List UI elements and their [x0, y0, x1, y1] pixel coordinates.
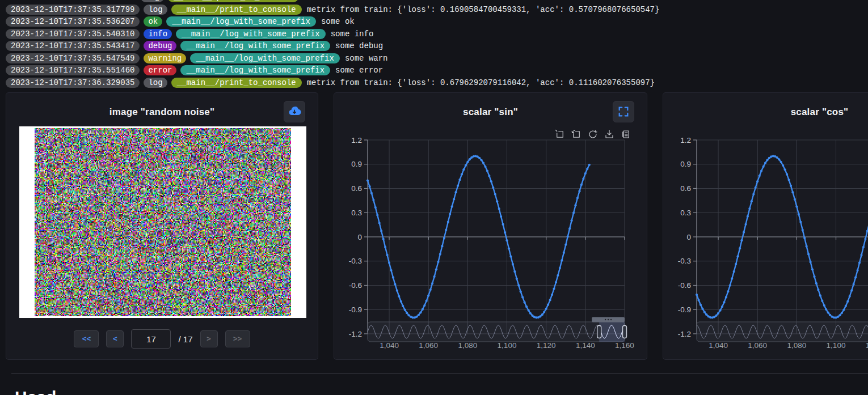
log-message: some info: [330, 29, 374, 39]
svg-text:1,140: 1,140: [576, 341, 595, 350]
log-timestamp: 2023-12-10T17:37:36.329035: [6, 78, 140, 88]
log-level-badge: info: [144, 29, 172, 39]
toolbox-data-view-icon[interactable]: [621, 129, 631, 139]
log-list: log__main__/print_to_console2023-12-10T1…: [6, 0, 868, 89]
cards-row: image "random noise" << < / 17 > >> scal…: [6, 92, 868, 360]
log-timestamp: 2023-12-10T17:37:35.536207: [6, 16, 140, 27]
section-heading: Head: [15, 388, 56, 395]
log-prefix-pill: __main__/log_with_some_prefix: [176, 29, 326, 39]
svg-text:1,100: 1,100: [827, 341, 846, 350]
log-row: 2023-12-10T17:37:35.547549warning__main_…: [6, 53, 868, 64]
toolbox-zoom-icon[interactable]: [555, 129, 565, 139]
toolbox-zoom-button[interactable]: [555, 129, 565, 139]
svg-text:0.9: 0.9: [680, 160, 691, 168]
image-card-title: image "random noise": [6, 107, 318, 118]
toolbox-save-image-icon[interactable]: [604, 129, 614, 139]
log-timestamp: 2023-12-10T17:37:35.317799: [6, 5, 140, 15]
log-prefix-pill: __main__/print_to_console: [171, 78, 302, 88]
last-page-button[interactable]: >>: [225, 330, 250, 347]
toolbox-zoom-reset-icon[interactable]: [571, 129, 582, 139]
svg-text:1,120: 1,120: [537, 341, 556, 350]
svg-text:1,100: 1,100: [498, 341, 517, 350]
svg-text:0.9: 0.9: [351, 160, 362, 168]
log-row: log__main__/print_to_console: [6, 0, 868, 3]
log-prefix-pill: __main__/log_with_some_prefix: [166, 16, 316, 27]
datazoom-track[interactable]: [697, 322, 868, 342]
log-row: 2023-12-10T17:37:35.317799log__main__/pr…: [6, 4, 868, 15]
svg-text:-0.6: -0.6: [678, 281, 691, 290]
log-row: 2023-12-10T17:37:35.540310info__main__/l…: [6, 28, 868, 40]
log-level-badge: error: [144, 65, 176, 75]
log-prefix-pill: __main__/print_to_console: [171, 5, 302, 15]
datazoom-right-handle[interactable]: [623, 326, 627, 338]
log-timestamp: 2023-12-10T17:37:35.543417: [6, 41, 140, 51]
svg-text:1.2: 1.2: [680, 136, 691, 145]
section-divider: [11, 373, 868, 374]
datazoom-track[interactable]: [368, 322, 625, 342]
toolbox-restore-icon[interactable]: [588, 129, 598, 139]
svg-text:0.6: 0.6: [680, 184, 691, 193]
log-timestamp: 2023-12-10T17:37:35.551460: [6, 65, 140, 75]
log-message: some warn: [344, 54, 388, 63]
log-message: some ok: [320, 17, 355, 26]
log-message: some error: [334, 66, 383, 75]
chart-toolbox: [555, 129, 631, 139]
log-prefix-pill: __main__/log_with_some_prefix: [190, 53, 340, 63]
cloud-download-icon: [288, 105, 301, 118]
log-row: 2023-12-10T17:37:36.329035log__main__/pr…: [6, 77, 868, 88]
prev-page-button[interactable]: <: [106, 330, 124, 347]
page-total: / 17: [178, 334, 192, 344]
log-timestamp: 2023-12-10T17:37:35.547549: [6, 53, 140, 63]
cos-chart-card: scalar "cos" 1.20.90.60.30-0.3-0.6-0.9-1…: [663, 92, 868, 360]
svg-text:1,080: 1,080: [458, 341, 477, 350]
page-input[interactable]: [131, 329, 171, 349]
log-timestamp: 2023-12-10T17:37:35.540310: [6, 29, 140, 39]
image-frame: [19, 126, 306, 318]
svg-text:0: 0: [686, 233, 691, 241]
log-level-badge: ok: [144, 16, 162, 27]
datazoom-left-handle[interactable]: [597, 326, 601, 338]
log-prefix-pill: __main__/print_to_console: [168, 0, 298, 2]
log-level-badge: warning: [144, 53, 186, 63]
log-message: metrix from train: {'loss': 0.6796292079…: [306, 78, 655, 87]
download-button[interactable]: [284, 101, 305, 122]
log-level-badge: debug: [144, 41, 176, 51]
log-message: metrix from train: {'loss': 0.1690584700…: [306, 5, 660, 14]
svg-text:1,080: 1,080: [787, 341, 806, 350]
toolbox-zoom-reset-button[interactable]: [571, 129, 582, 139]
log-prefix-pill: __main__/log_with_some_prefix: [180, 65, 330, 75]
toolbox-save-image-button[interactable]: [604, 129, 614, 139]
image-card: image "random noise" << < / 17 > >>: [6, 92, 318, 360]
datazoom-window[interactable]: [599, 322, 625, 342]
svg-text:-0.3: -0.3: [678, 257, 691, 265]
svg-text:1,040: 1,040: [709, 341, 728, 350]
svg-text:1,120: 1,120: [866, 341, 868, 350]
svg-text:-1.2: -1.2: [349, 330, 362, 338]
next-page-button[interactable]: >: [200, 330, 218, 347]
svg-text:-0.3: -0.3: [349, 257, 362, 265]
svg-text:-0.6: -0.6: [349, 281, 362, 290]
svg-text:0.3: 0.3: [680, 209, 691, 217]
svg-text:0: 0: [357, 233, 362, 241]
svg-text:1,040: 1,040: [380, 341, 399, 350]
sin-chart-card: scalar "sin" 1.20.90.60.30-0.3-0.6-0.9-1…: [334, 92, 647, 360]
svg-text:1,160: 1,160: [615, 341, 634, 350]
log-row: 2023-12-10T17:37:35.551460error__main__/…: [6, 65, 868, 76]
svg-text:0.6: 0.6: [351, 184, 362, 193]
log-row: 2023-12-10T17:37:35.543417debug__main__/…: [6, 40, 868, 52]
log-row: 2023-12-10T17:37:35.536207ok__main__/log…: [6, 16, 868, 27]
cos-chart-plot: 1.20.90.60.30-0.3-0.6-0.9-1.21,0401,0601…: [663, 93, 868, 360]
log-level-badge: log: [144, 78, 167, 88]
svg-text:-0.9: -0.9: [678, 305, 691, 314]
svg-text:1.2: 1.2: [351, 136, 362, 145]
log-message: some debug: [334, 41, 383, 50]
toolbox-data-view-button[interactable]: [621, 129, 631, 139]
log-level-badge: log: [141, 0, 164, 2]
first-page-button[interactable]: <<: [74, 330, 99, 347]
log-level-badge: log: [144, 5, 167, 15]
toolbox-restore-button[interactable]: [588, 129, 598, 139]
svg-text:1,060: 1,060: [748, 341, 767, 350]
log-prefix-pill: __main__/log_with_some_prefix: [180, 41, 330, 51]
svg-text:0.3: 0.3: [351, 209, 362, 217]
svg-text:-1.2: -1.2: [678, 330, 691, 338]
